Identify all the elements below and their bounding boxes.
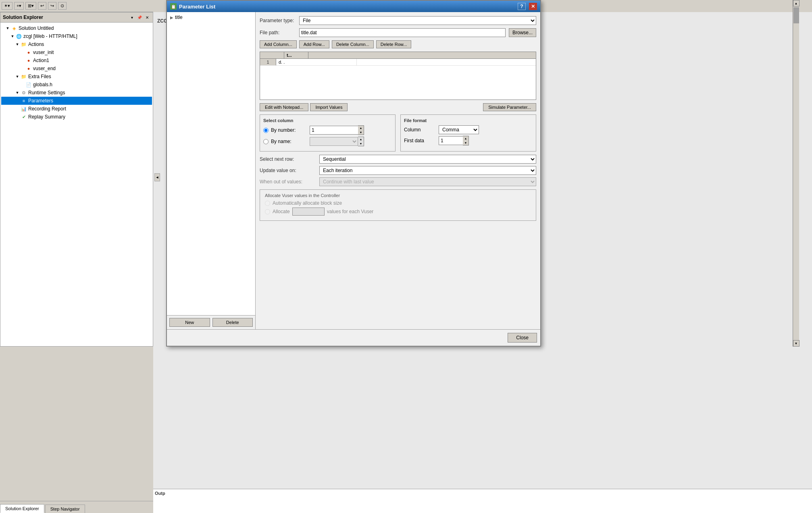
grid-action-buttons: Add Column... Add Row... Delete Column..… [260,40,536,48]
actions-label: Actions [28,42,44,47]
by-name-row: By name: ▲ ▼ [263,137,392,146]
values-for-vuser-label: values for each Vuser [327,209,374,214]
toolbar-add-btn[interactable]: +▾ [14,2,24,10]
tree-vuser-end[interactable]: ● vuser_end [1,64,152,73]
when-out-row: When out of values: Continue with last v… [260,177,536,186]
tree-globals-h[interactable]: 📄 globals.h [1,81,152,89]
allocate-label: Allocate [273,209,290,214]
dialog-help-btn[interactable]: ? [518,3,526,10]
file-path-label: File path: [260,30,296,35]
column-format-select[interactable]: Comma [439,125,479,134]
delete-column-btn[interactable]: Delete Column... [332,40,374,48]
scrollbar-thumb[interactable] [793,7,799,23]
grid-row-num: 1 [260,59,276,65]
by-number-row: By number: ▲ ▼ [263,125,392,135]
dialog-right-panel: Parameter type: File File path: Browse..… [256,12,540,329]
update-value-label: Update value on: [260,168,316,173]
auto-allocate-row: Automatically allocate block size [265,200,531,206]
new-param-btn[interactable]: New [169,318,210,327]
grid-header: t... [260,52,536,59]
scrollbar-track [793,6,799,340]
settings-icon: ⚙ [21,89,27,96]
select-next-row-row: Select next row: Sequential [260,155,536,164]
first-data-spin-up[interactable]: ▲ [463,136,468,141]
allocate-radio [265,209,270,214]
panel-titlebar: Solution Explorer ▾ 📌 ✕ [0,12,153,23]
expand-icon: ▼ [15,74,20,79]
panel-dock-btn[interactable]: 📌 [136,14,143,21]
dialog-close-btn[interactable]: ✕ [529,3,537,10]
delete-param-btn[interactable]: Delete [212,318,253,327]
add-row-btn[interactable]: Add Row... [299,40,329,48]
toolbar-circle-btn[interactable]: ⊙ [58,2,67,10]
recording-report-label: Recording Report [28,106,66,112]
select-next-row-label: Select next row: [260,156,316,162]
first-data-spin-down[interactable]: ▼ [463,141,468,145]
param-type-select[interactable]: File [299,16,536,25]
file-path-input[interactable] [299,28,506,37]
by-number-spinner: ▲ ▼ [310,125,364,135]
tree-extra-files[interactable]: ▼ 📁 Extra Files [1,73,152,81]
scroll-down-btn[interactable]: ▼ [793,340,800,347]
tree-vuser-init[interactable]: ● vuser_init [1,48,152,56]
param-item-title[interactable]: ▶ title [169,14,254,21]
by-number-input[interactable] [310,126,358,135]
toolbar-redo-btn[interactable]: ↪ [48,2,56,10]
by-name-radio[interactable] [263,139,269,144]
toolbar: ✶▾ +▾ ⊞▾ ↩ ↪ ⊙ [0,0,153,12]
delete-row-btn[interactable]: Delete Row... [376,40,411,48]
vuser-end-label: vuser_end [33,66,56,71]
tree-action1[interactable]: ● Action1 [1,56,152,64]
tree-parameters[interactable]: ≡ Parameters [1,97,152,105]
arrow-left-btn[interactable]: ◄ [154,173,160,181]
expand-icon: ▼ [15,90,20,95]
simulate-param-btn[interactable]: Simulate Parameter... [483,103,536,111]
import-values-btn[interactable]: Import Values [310,103,348,111]
toolbar-undo-btn[interactable]: ↩ [38,2,46,10]
tree-actions[interactable]: ▼ 📁 Actions [1,40,152,48]
add-column-btn[interactable]: Add Column... [260,40,297,48]
by-name-select [310,137,358,146]
solution-explorer-panel: Solution Explorer ▾ 📌 ✕ ▼ ◈ Solution Unt… [0,12,153,347]
tree-recording-report[interactable]: 📊 Recording Report [1,105,152,113]
project-label: zcgl [Web - HTTP/HTML] [23,33,77,39]
first-data-input[interactable] [439,136,463,145]
tree-replay-summary[interactable]: ✔ Replay Summary [1,113,152,121]
close-dialog-btn[interactable]: Close [508,333,537,343]
scroll-up-btn[interactable]: ▲ [793,0,800,6]
dialog-titlebar: 📋 Parameter List ? ✕ [167,1,540,12]
auto-allocate-label: Automatically allocate block size [273,200,342,206]
spin-up-btn[interactable]: ▲ [358,126,364,130]
first-data-spinner: ▲ ▼ [439,136,469,145]
dialog-scrollbar[interactable]: ▲ ▼ [793,0,799,347]
update-value-select[interactable]: Each iteration [319,166,536,175]
tree-container: ▼ ◈ Solution Untitled ▼ 🌐 zcgl [Web - HT… [0,23,153,345]
panel-close-btn[interactable]: ✕ [144,14,150,21]
tab-solution-explorer[interactable]: Solution Explorer [0,504,44,513]
column-format-row: Column Comma [404,125,533,134]
params-icon: ≡ [21,98,27,104]
spin-down-btn[interactable]: ▼ [358,130,364,135]
replay-summary-label: Replay Summary [28,114,65,120]
grid-cell-val[interactable]: d. . [276,59,357,65]
browse-btn[interactable]: Browse... [509,28,536,37]
expand-icon [20,82,25,87]
expand-icon [20,66,25,71]
panel-pin-btn[interactable]: ▾ [129,14,135,21]
expand-icon [20,58,25,63]
param-type-row: Parameter type: File [260,16,536,25]
by-number-radio[interactable] [263,128,269,133]
action1-label: Action1 [33,58,49,63]
tree-solution[interactable]: ▼ ◈ Solution Untitled [1,24,152,32]
select-next-row-select[interactable]: Sequential [319,155,536,164]
grid-header-col: t... [284,52,308,58]
toolbar-grid-btn[interactable]: ⊞▾ [25,2,36,10]
expand-icon: ▼ [10,34,15,39]
output-label: Outp [155,491,165,496]
tree-runtime-settings[interactable]: ▼ ⚙ Runtime Settings [1,89,152,97]
toolbar-asterisk-btn[interactable]: ✶▾ [2,2,12,10]
tree-project[interactable]: ▼ 🌐 zcgl [Web - HTTP/HTML] [1,32,152,40]
expand-icon [15,98,20,103]
edit-notepad-btn[interactable]: Edit with Notepad... [260,103,308,111]
tab-step-navigator[interactable]: Step Navigator [45,505,85,513]
